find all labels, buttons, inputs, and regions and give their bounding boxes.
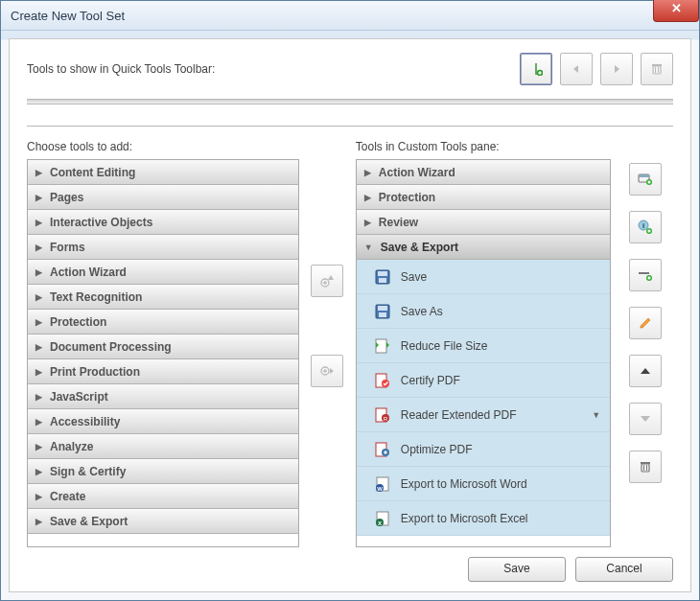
category-item[interactable]: ▶Accessibility: [28, 409, 298, 434]
close-button[interactable]: ✕: [653, 0, 699, 22]
reader-icon: R: [374, 406, 391, 424]
add-divider-button[interactable]: [629, 259, 662, 291]
floppy-icon: [374, 268, 391, 286]
side-buttons: i: [617, 140, 673, 547]
chevron-right-icon: ▶: [35, 218, 42, 227]
tool-item[interactable]: Save As: [357, 294, 610, 329]
category-item[interactable]: ▶Sign & Certify: [28, 459, 298, 484]
panel-add-icon: [638, 173, 653, 186]
category-item[interactable]: ▶Print Production: [28, 359, 298, 384]
tool-item[interactable]: Certify PDF: [357, 363, 610, 398]
chevron-right-icon: ▶: [35, 243, 42, 252]
tool-item[interactable]: WExport to Microsoft Word: [357, 467, 610, 501]
left-label: Choose tools to add:: [27, 140, 299, 153]
svg-marker-25: [386, 342, 389, 348]
delete-button[interactable]: [641, 53, 673, 85]
tool-item[interactable]: Reduce File Size: [357, 329, 610, 363]
category-item[interactable]: ▶Review: [357, 210, 610, 235]
tool-label: Optimize PDF: [401, 443, 473, 456]
cancel-button[interactable]: Cancel: [575, 557, 673, 582]
move-down-button[interactable]: [629, 403, 662, 435]
chevron-right-icon: ▶: [35, 517, 42, 526]
add-to-quick-button[interactable]: [311, 265, 343, 297]
category-item[interactable]: ▶Analyze: [28, 434, 298, 459]
category-label: Interactive Objects: [50, 216, 152, 229]
next-button[interactable]: [600, 53, 633, 85]
tool-item[interactable]: RReader Extended PDF▼: [357, 398, 610, 432]
add-instruction-button[interactable]: i: [629, 211, 662, 243]
category-label: Document Processing: [50, 340, 172, 354]
category-label: Action Wizard: [50, 266, 127, 279]
triangle-down-icon: [640, 414, 651, 424]
category-label: Create: [50, 490, 85, 503]
middle-buttons: [299, 140, 356, 547]
svg-marker-17: [330, 368, 334, 374]
tool-label: Certify PDF: [401, 374, 460, 387]
right-column: Tools in Custom Tools pane: ▶Action Wiza…: [356, 140, 611, 547]
quick-tools-buttons: [520, 53, 673, 85]
chevron-right-icon: ▶: [35, 392, 42, 402]
svg-rect-3: [539, 71, 540, 74]
category-item[interactable]: ▶Document Processing: [28, 335, 298, 359]
chevron-right-icon: ▶: [35, 267, 42, 277]
category-item[interactable]: ▶Text Recognition: [28, 285, 298, 310]
chevron-right-icon: ▶: [35, 442, 42, 451]
category-item[interactable]: ▶Forms: [28, 235, 298, 260]
custom-tools-list[interactable]: ▶Action Wizard▶Protection▶Review▼Save & …: [356, 159, 611, 547]
add-panel-button[interactable]: [629, 163, 662, 196]
category-item[interactable]: ▶Protection: [357, 185, 610, 210]
category-item[interactable]: ▶Pages: [28, 185, 298, 210]
chevron-right-icon: ▶: [364, 193, 371, 202]
title-bar: Create New Tool Set ✕: [1, 1, 699, 31]
chevron-right-icon: ▶: [35, 193, 42, 202]
dialog-window: Create New Tool Set ✕ Tools to show in Q…: [0, 0, 700, 601]
certify-icon: [374, 372, 391, 389]
add-to-pane-button[interactable]: [311, 355, 343, 387]
chevron-right-icon: ▶: [35, 292, 42, 302]
tool-item[interactable]: Optimize PDF: [357, 432, 610, 467]
tool-label: Export to Microsoft Excel: [401, 512, 528, 525]
category-label: Analyze: [50, 440, 93, 453]
category-item[interactable]: ▶Protection: [28, 310, 298, 335]
category-item[interactable]: ▶JavaScript: [28, 384, 298, 409]
chevron-right-icon: ▶: [364, 218, 371, 227]
tool-label: Save: [401, 270, 427, 284]
quick-tools-row: Tools to show in Quick Tools Toolbar:: [27, 53, 673, 85]
tool-item[interactable]: Save: [357, 260, 610, 294]
right-label: Tools in Custom Tools pane:: [356, 140, 611, 153]
category-item[interactable]: ▶Create: [28, 484, 298, 509]
svg-rect-59: [641, 462, 650, 464]
chevron-down-icon: ▼: [364, 243, 373, 252]
svg-rect-45: [648, 180, 649, 183]
save-button[interactable]: Save: [468, 557, 566, 582]
category-item[interactable]: ▶Action Wizard: [28, 260, 298, 285]
svg-marker-4: [573, 65, 578, 73]
category-item[interactable]: ▼Save & Export: [357, 235, 610, 260]
category-item[interactable]: ▶Save & Export: [28, 509, 298, 534]
prev-button[interactable]: [560, 53, 593, 85]
svg-text:W: W: [377, 486, 383, 492]
add-separator-button[interactable]: [520, 53, 552, 85]
category-item[interactable]: ▶Action Wizard: [357, 160, 610, 185]
remove-button[interactable]: [629, 451, 662, 483]
category-label: Pages: [50, 191, 83, 204]
svg-rect-7: [652, 64, 662, 66]
svg-rect-42: [639, 174, 649, 177]
chevron-right-icon: ▶: [364, 168, 371, 177]
footer: Save Cancel: [27, 547, 673, 582]
tool-label: Reduce File Size: [401, 339, 488, 353]
add-up-icon: [319, 273, 335, 289]
category-item[interactable]: ▶Content Editing: [28, 160, 298, 185]
category-item[interactable]: ▶Interactive Objects: [28, 210, 298, 235]
note-add-icon: i: [638, 220, 653, 235]
available-tools-list[interactable]: ▶Content Editing▶Pages▶Interactive Objec…: [27, 159, 299, 547]
edit-button[interactable]: [629, 307, 662, 339]
tool-item[interactable]: XExport to Microsoft Excel: [357, 501, 610, 536]
category-label: Save & Export: [50, 515, 128, 528]
excel-icon: X: [374, 510, 391, 527]
pencil-icon: [639, 316, 652, 330]
close-icon: ✕: [671, 1, 682, 15]
svg-point-28: [382, 380, 389, 387]
move-up-button[interactable]: [629, 355, 662, 387]
svg-marker-55: [641, 318, 650, 328]
